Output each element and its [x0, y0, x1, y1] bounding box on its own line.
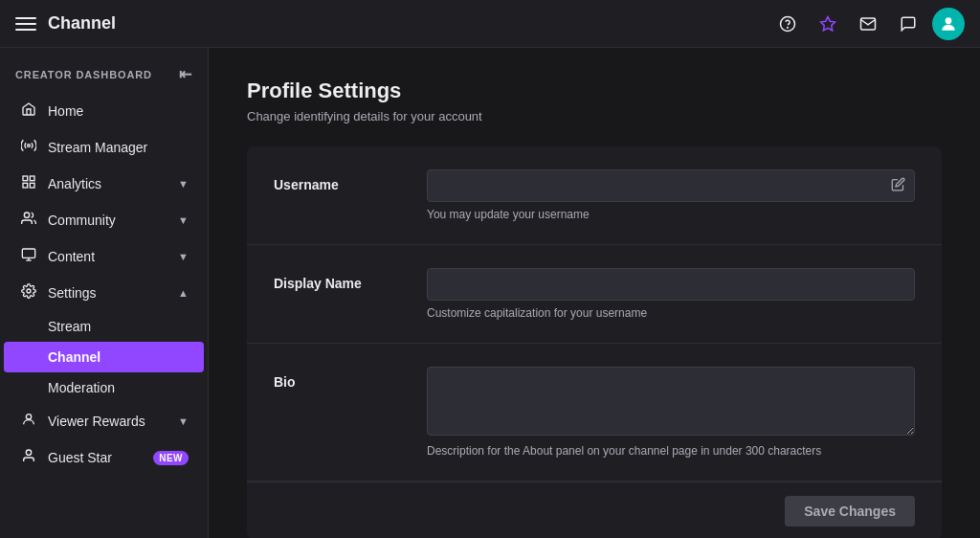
sidebar-item-guest-star[interactable]: Guest Star NEW — [4, 439, 204, 476]
home-icon — [19, 101, 38, 121]
sidebar-item-content[interactable]: Content ▼ — [4, 238, 204, 275]
svg-point-4 — [28, 145, 31, 147]
display-name-label: Display Name — [274, 268, 427, 291]
sidebar-item-community-label: Community — [48, 213, 168, 228]
svg-point-15 — [26, 450, 31, 455]
bio-hint: Description for the About panel on your … — [427, 444, 915, 458]
svg-point-1 — [788, 27, 789, 28]
sidebar-item-stream-manager[interactable]: Stream Manager — [4, 129, 204, 166]
sidebar-subitem-channel-label: Channel — [48, 349, 100, 365]
sidebar-subitem-moderation-label: Moderation — [48, 380, 115, 395]
analytics-chevron-icon: ▼ — [178, 178, 189, 190]
display-name-input[interactable] — [427, 268, 915, 301]
sidebar-subitem-stream-label: Stream — [48, 319, 91, 334]
svg-point-14 — [26, 415, 31, 419]
guest-star-icon — [19, 448, 38, 467]
sidebar-subitem-moderation[interactable]: Moderation — [4, 372, 204, 403]
viewer-rewards-chevron-icon: ▼ — [178, 415, 189, 427]
edit-username-icon[interactable] — [891, 177, 905, 194]
menu-icon[interactable] — [15, 13, 36, 34]
chat-icon-button[interactable] — [892, 8, 924, 40]
username-field: You may update your username — [427, 169, 915, 221]
sidebar-item-viewer-rewards-label: Viewer Rewards — [48, 414, 168, 429]
sidebar-item-stream-manager-label: Stream Manager — [48, 140, 189, 155]
display-name-row: Display Name Customize capitalization fo… — [247, 245, 942, 344]
topbar-icon-group — [771, 8, 965, 40]
stream-manager-icon — [19, 138, 38, 157]
bio-textarea[interactable] — [427, 367, 915, 436]
sidebar-item-community[interactable]: Community ▼ — [4, 202, 204, 238]
sidebar-item-guest-star-label: Guest Star — [48, 450, 144, 465]
svg-rect-10 — [22, 249, 34, 258]
svg-rect-5 — [23, 176, 28, 181]
topbar-title: Channel — [48, 13, 116, 34]
content-icon — [19, 247, 38, 266]
sidebar-subitem-stream[interactable]: Stream — [4, 311, 204, 342]
svg-marker-2 — [821, 16, 835, 30]
save-changes-button[interactable]: Save Changes — [785, 496, 915, 527]
username-row: Username You may update your username — [247, 146, 942, 245]
topbar: Channel — [0, 0, 980, 48]
svg-rect-7 — [30, 183, 34, 188]
body-layout: Creator Dashboard ⇤ Home Stream Manager … — [0, 48, 980, 538]
sidebar-collapse-icon[interactable]: ⇤ — [179, 65, 192, 83]
sidebar-item-analytics-label: Analytics — [48, 176, 168, 191]
guest-star-badge: NEW — [153, 451, 189, 465]
svg-point-3 — [946, 17, 952, 24]
main-content: Profile Settings Change identifying deta… — [209, 48, 980, 538]
page-subtitle: Change identifying details for your acco… — [247, 109, 942, 123]
sidebar-subitem-channel[interactable]: Channel — [4, 342, 204, 372]
community-chevron-icon: ▼ — [178, 214, 189, 226]
bio-row: Bio Description for the About panel on y… — [247, 344, 942, 482]
content-chevron-icon: ▼ — [178, 251, 189, 262]
settings-footer: Save Changes — [247, 482, 942, 538]
sidebar-item-content-label: Content — [48, 249, 168, 264]
community-icon — [19, 211, 38, 230]
sidebar: Creator Dashboard ⇤ Home Stream Manager … — [0, 48, 209, 538]
svg-point-13 — [27, 289, 31, 293]
star-icon-button[interactable] — [812, 8, 844, 40]
help-icon-button[interactable] — [771, 8, 804, 40]
display-name-field: Customize capitalization for your userna… — [427, 268, 915, 320]
svg-rect-6 — [30, 176, 34, 181]
settings-card: Username You may update your username — [247, 146, 942, 538]
settings-chevron-icon: ▲ — [178, 287, 189, 299]
settings-icon — [19, 283, 38, 303]
username-label: Username — [274, 169, 427, 192]
sidebar-item-analytics[interactable]: Analytics ▼ — [4, 166, 204, 202]
avatar[interactable] — [932, 8, 965, 40]
display-name-hint: Customize capitalization for your userna… — [427, 306, 915, 320]
bio-field: Description for the About panel on your … — [427, 367, 915, 458]
sidebar-item-settings[interactable]: Settings ▲ — [4, 275, 204, 311]
sidebar-item-home-label: Home — [48, 103, 189, 119]
page-title: Profile Settings — [247, 78, 942, 103]
svg-rect-8 — [23, 183, 28, 188]
sidebar-item-viewer-rewards[interactable]: Viewer Rewards ▼ — [4, 403, 204, 439]
username-input[interactable] — [427, 169, 915, 202]
sidebar-item-home[interactable]: Home — [4, 93, 204, 129]
bio-label: Bio — [274, 367, 427, 390]
viewer-rewards-icon — [19, 412, 38, 431]
sidebar-item-settings-label: Settings — [48, 285, 168, 301]
mail-icon-button[interactable] — [852, 8, 884, 40]
sidebar-header: Creator Dashboard ⇤ — [0, 59, 208, 93]
svg-point-9 — [24, 213, 29, 217]
analytics-icon — [19, 174, 38, 193]
username-hint: You may update your username — [427, 208, 915, 221]
